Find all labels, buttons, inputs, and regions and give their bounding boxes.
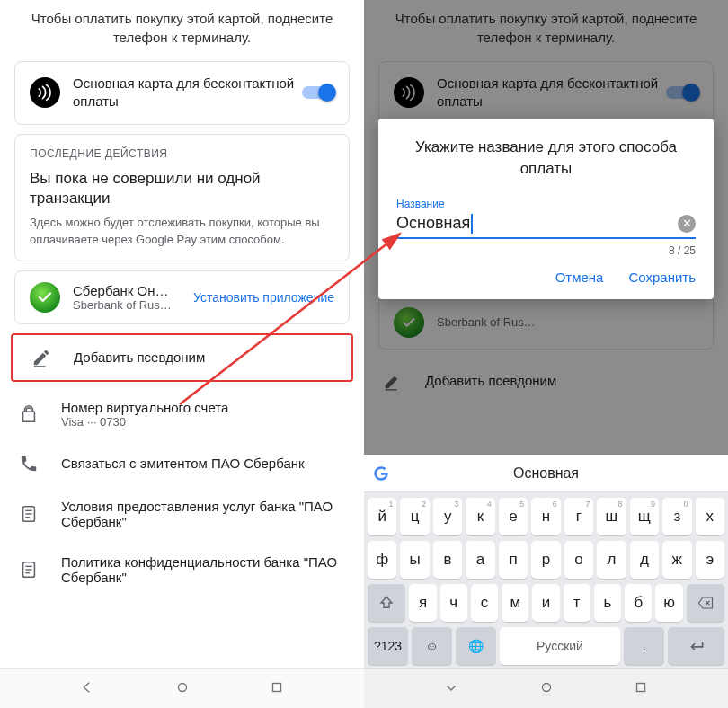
screen-nickname-dialog: Чтобы оплатить покупку этой картой, подн… — [364, 0, 728, 708]
input-value: Основная — [396, 214, 678, 234]
svg-rect-13 — [637, 683, 645, 691]
cancel-button[interactable]: Отмена — [555, 270, 604, 285]
bank-subtitle: Sberbank of Rus… — [73, 298, 186, 312]
recent-section-label: ПОСЛЕДНИЕ ДЕЙСТВИЯ — [15, 135, 349, 169]
nav-hide-keyboard-button[interactable] — [443, 679, 459, 699]
save-button[interactable]: Сохранить — [628, 270, 696, 285]
key-т[interactable]: т — [564, 584, 590, 622]
bank-card[interactable]: Сбербанк Он… Sberbank of Rus… Установить… — [14, 270, 350, 324]
google-icon[interactable] — [371, 464, 391, 483]
svg-rect-10 — [273, 683, 281, 691]
key-backspace[interactable] — [687, 584, 724, 622]
virtual-account-sub: Visa ··· 0730 — [61, 415, 348, 429]
key-enter[interactable] — [668, 627, 724, 665]
key-о[interactable]: о — [564, 541, 593, 579]
field-label: Название — [396, 198, 696, 210]
svg-rect-0 — [34, 366, 46, 367]
contact-issuer-row[interactable]: Связаться с эмитентом ПАО Сбербанк — [0, 441, 364, 486]
key-щ[interactable]: щ9 — [630, 498, 659, 535]
bank-title: Сбербанк Он… — [73, 283, 186, 298]
nickname-dialog: Укажите название для этого способа оплат… — [378, 119, 714, 299]
key-shift[interactable] — [368, 584, 405, 622]
header-hint: Чтобы оплатить покупку этой картой, подн… — [0, 0, 364, 61]
key-space[interactable]: Русский — [500, 627, 621, 665]
key-б[interactable]: б — [625, 584, 652, 622]
pencil-icon — [29, 348, 54, 367]
key-ю[interactable]: ю — [655, 584, 682, 622]
key-ж[interactable]: ж — [662, 541, 691, 579]
nav-home-button[interactable] — [538, 679, 555, 699]
key-period[interactable]: . — [624, 627, 664, 665]
nfc-icon — [30, 77, 60, 108]
add-nickname-label: Добавить псевдоним — [74, 350, 335, 365]
dialog-title: Укажите название для этого способа оплат… — [396, 137, 696, 180]
key-й[interactable]: й1 — [368, 498, 396, 535]
nav-recent-button[interactable] — [269, 679, 285, 699]
key-ф[interactable]: ф — [368, 541, 396, 579]
contactless-toggle[interactable] — [302, 86, 334, 99]
nickname-input[interactable]: Основная ✕ — [396, 214, 696, 239]
document-icon — [16, 504, 41, 524]
key-в[interactable]: в — [433, 541, 462, 579]
char-counter: 8 / 25 — [396, 244, 696, 257]
key-г[interactable]: г7 — [564, 498, 593, 535]
key-emoji[interactable]: ☺ — [412, 627, 452, 665]
sberbank-icon — [30, 282, 60, 313]
clear-icon[interactable]: ✕ — [678, 215, 696, 233]
terms-row[interactable]: Условия предоставления услуг банка "ПАО … — [0, 486, 364, 542]
key-к[interactable]: к4 — [466, 498, 494, 535]
android-navbar — [0, 668, 364, 708]
nav-back-button[interactable] — [79, 679, 95, 699]
virtual-account-title: Номер виртуального счета — [61, 400, 348, 415]
nav-recent-button[interactable] — [633, 679, 649, 699]
lock-icon — [16, 404, 41, 424]
install-app-link[interactable]: Установить приложение — [193, 290, 334, 305]
key-р[interactable]: р — [531, 541, 560, 579]
virtual-account-row[interactable]: Номер виртуального счета Visa ··· 0730 — [0, 387, 364, 441]
key-з[interactable]: з0 — [662, 498, 691, 535]
privacy-row[interactable]: Политика конфиденциальности банка "ПАО С… — [0, 542, 364, 597]
key-д[interactable]: д — [630, 541, 659, 579]
key-ц[interactable]: ц2 — [400, 498, 429, 535]
contactless-card: Основная карта для бесконтактной оплаты — [14, 61, 350, 125]
keyboard: Основная й1ц2у3к4е5н6г7ш8щ9з0х фывапролд… — [364, 455, 728, 668]
key-л[interactable]: л — [597, 541, 626, 579]
key-м[interactable]: м — [502, 584, 528, 622]
key-symbols[interactable]: ?123 — [368, 627, 408, 665]
key-я[interactable]: я — [409, 584, 436, 622]
add-nickname-row[interactable]: Добавить псевдоним — [11, 333, 353, 382]
key-э[interactable]: э — [696, 541, 724, 579]
key-lang[interactable]: 🌐 — [456, 627, 496, 665]
svg-point-12 — [542, 683, 550, 691]
key-у[interactable]: у3 — [433, 498, 462, 535]
recent-card: ПОСЛЕДНИЕ ДЕЙСТВИЯ Вы пока не совершили … — [14, 134, 350, 261]
phone-icon — [16, 454, 41, 473]
key-и[interactable]: и — [532, 584, 559, 622]
contact-issuer-label: Связаться с эмитентом ПАО Сбербанк — [61, 456, 348, 471]
document-icon — [16, 560, 41, 580]
key-ь[interactable]: ь — [594, 584, 621, 622]
svg-point-9 — [178, 683, 186, 691]
suggestion[interactable]: Основная — [400, 465, 692, 482]
key-ш[interactable]: ш8 — [597, 498, 626, 535]
terms-label: Условия предоставления услуг банка "ПАО … — [61, 499, 348, 529]
recent-title: Вы пока не совершили ни одной транзакции — [15, 169, 349, 216]
key-п[interactable]: п — [499, 541, 528, 579]
key-ы[interactable]: ы — [400, 541, 429, 579]
key-е[interactable]: е5 — [499, 498, 528, 535]
android-navbar — [364, 668, 728, 708]
key-а[interactable]: а — [466, 541, 494, 579]
privacy-label: Политика конфиденциальности банка "ПАО С… — [61, 554, 348, 585]
screen-card-details: Чтобы оплатить покупку этой картой, подн… — [0, 0, 364, 708]
recent-desc: Здесь можно будет отслеживать покупки, к… — [15, 215, 349, 260]
key-ч[interactable]: ч — [440, 584, 467, 622]
contactless-label: Основная карта для бесконтактной оплаты — [73, 75, 302, 111]
key-с[interactable]: с — [471, 584, 498, 622]
nav-home-button[interactable] — [174, 679, 191, 699]
key-х[interactable]: х — [696, 498, 724, 535]
key-н[interactable]: н6 — [531, 498, 560, 535]
